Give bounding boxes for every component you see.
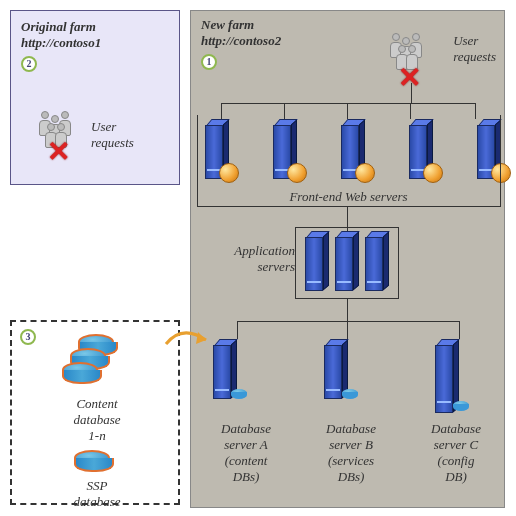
original-farm-title: Original farm: [21, 19, 169, 35]
app-servers-frame: [295, 227, 399, 299]
disk-icon: [453, 401, 469, 409]
db-servers-row: [209, 339, 489, 417]
new-farm-title: New farm: [201, 17, 281, 33]
db-server-b: [320, 339, 378, 417]
ssp-db-label: SSP database: [12, 478, 182, 510]
connector-line: [237, 321, 238, 339]
connector-line: [221, 103, 475, 104]
badge-1: 1: [201, 54, 217, 70]
connector-line: [347, 299, 348, 321]
new-farm-box: New farm http://contoso2 1 ✕ User reques…: [190, 10, 505, 508]
new-farm-url: http://contoso2: [201, 33, 281, 49]
original-users: ✕: [39, 111, 77, 153]
new-users: ✕: [390, 33, 428, 75]
db-b-label: Database server B (services DBs): [306, 421, 396, 485]
original-user-label: User requests: [91, 119, 134, 151]
db-c-label: Database server C (config DB): [411, 421, 501, 485]
badge-3: 3: [20, 329, 36, 345]
source-db-box: 3 Content database 1-n SSP database: [10, 320, 180, 505]
original-farm-url: http://contoso1: [21, 35, 169, 51]
connector-line: [459, 321, 460, 339]
original-farm-box: Original farm http://contoso1 2 ✕ User r…: [10, 10, 180, 185]
ssp-db: [74, 450, 110, 466]
new-farm-header: New farm http://contoso2 1: [201, 17, 281, 70]
connector-line: [411, 83, 412, 103]
app-servers-label: Application servers: [205, 243, 295, 275]
disk-icon: [231, 389, 247, 397]
badge-2: 2: [21, 56, 37, 72]
content-db-label: Content database 1-n: [12, 396, 182, 444]
disk-icon: [342, 389, 358, 397]
db-server-c: [431, 339, 489, 417]
new-user-label: User requests: [453, 33, 496, 65]
web-servers-frame: [197, 115, 501, 207]
x-icon: ✕: [398, 61, 421, 94]
connector-line: [347, 321, 348, 339]
db-a-label: Database server A (content DBs): [201, 421, 291, 485]
disk-icon: [74, 450, 110, 466]
migration-arrow: [162, 320, 222, 380]
connector-line: [237, 321, 459, 322]
disk-icon: [62, 362, 98, 378]
original-farm-header: Original farm http://contoso1 2: [11, 11, 179, 80]
x-icon: ✕: [47, 135, 70, 168]
